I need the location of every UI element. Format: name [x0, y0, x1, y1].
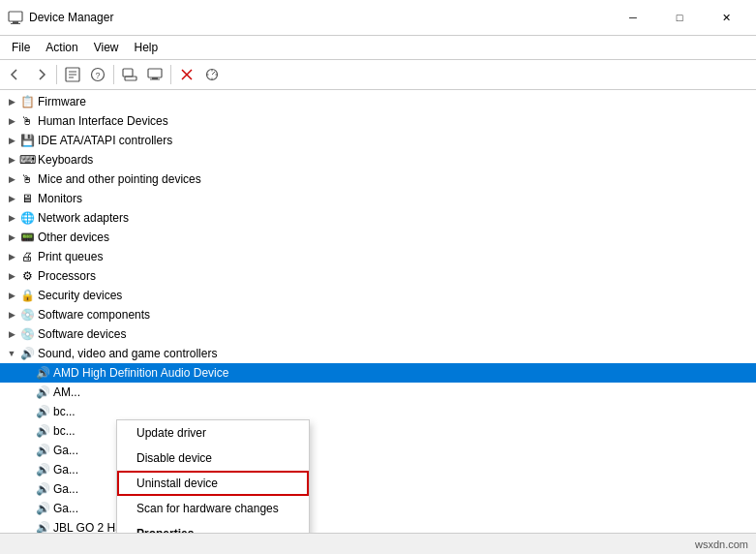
tree-item-monitors[interactable]: ▶🖥Monitors	[0, 189, 756, 208]
tree-item-bc1[interactable]: 🔊bc...	[0, 402, 756, 421]
close-button[interactable]: ✕	[704, 6, 748, 29]
device-tree[interactable]: ▶📋Firmware▶🖱Human Interface Devices▶💾IDE…	[0, 90, 756, 533]
ctx-properties[interactable]: Properties	[117, 521, 309, 533]
icon-network: 🌐	[19, 210, 35, 226]
icon-other: 📟	[19, 230, 35, 245]
expander-sound[interactable]: ▼	[4, 346, 19, 361]
expander-ide[interactable]: ▶	[4, 133, 19, 148]
menu-file[interactable]: File	[4, 38, 38, 57]
icon-sound: 🔊	[19, 346, 35, 361]
label-softdev: Software devices	[38, 324, 126, 344]
tree-item-keyboards[interactable]: ▶⌨Keyboards	[0, 150, 756, 169]
tree-item-network[interactable]: ▶🌐Network adapters	[0, 208, 756, 228]
menu-view[interactable]: View	[86, 38, 127, 57]
tree-item-sound[interactable]: ▼🔊Sound, video and game controllers	[0, 344, 756, 363]
forward-button[interactable]	[29, 63, 52, 86]
expander-jbl1	[19, 520, 35, 533]
tree-item-mice[interactable]: ▶🖱Mice and other pointing devices	[0, 169, 756, 189]
icon-ga2: 🔊	[35, 462, 50, 477]
svg-rect-1	[13, 21, 18, 23]
context-menu: Update driver Disable device Uninstall d…	[116, 419, 310, 533]
label-processors: Processors	[38, 266, 96, 286]
icon-am2: 🔊	[35, 385, 50, 400]
expander-processors[interactable]: ▶	[4, 268, 19, 284]
svg-rect-0	[9, 12, 22, 21]
tree-item-ga2[interactable]: 🔊Ga...	[0, 460, 756, 479]
label-network: Network adapters	[38, 208, 129, 228]
toolbar: ?	[0, 60, 756, 90]
expander-network[interactable]: ▶	[4, 210, 19, 226]
expander-bc1	[19, 404, 35, 419]
minimize-button[interactable]: ─	[611, 6, 655, 29]
show-hidden-button[interactable]	[118, 63, 141, 86]
label-other: Other devices	[38, 228, 109, 247]
ctx-disable-device[interactable]: Disable device	[117, 446, 309, 471]
tree-item-ga1[interactable]: 🔊Ga...	[0, 441, 756, 460]
icon-firmware: 📋	[19, 94, 35, 109]
tree-item-other[interactable]: ▶📟Other devices	[0, 228, 756, 247]
tree-item-ga3[interactable]: 🔊Ga...	[0, 479, 756, 499]
tree-item-bc2[interactable]: 🔊bc...	[0, 421, 756, 441]
back-button[interactable]	[4, 63, 27, 86]
tree-item-hid[interactable]: ▶🖱Human Interface Devices	[0, 111, 756, 131]
tree-item-security[interactable]: ▶🔒Security devices	[0, 286, 756, 305]
status-right: wsxdn.com	[695, 539, 748, 550]
expander-mice[interactable]: ▶	[4, 171, 19, 187]
ctx-scan-hardware[interactable]: Scan for hardware changes	[117, 496, 309, 521]
tree-item-print[interactable]: ▶🖨Print queues	[0, 247, 756, 266]
icon-security: 🔒	[19, 288, 35, 303]
expander-security[interactable]: ▶	[4, 288, 19, 303]
expander-hid[interactable]: ▶	[4, 113, 19, 129]
label-softcomp: Software components	[38, 305, 150, 324]
expander-keyboards[interactable]: ▶	[4, 152, 19, 168]
label-ga1: Ga...	[53, 441, 78, 460]
icon-softdev: 💿	[19, 326, 35, 342]
status-bar: wsxdn.com	[0, 533, 756, 554]
label-mice: Mice and other pointing devices	[38, 169, 201, 189]
toolbar-separator-3	[170, 65, 171, 84]
main-content: ▶📋Firmware▶🖱Human Interface Devices▶💾IDE…	[0, 90, 756, 533]
properties-button[interactable]	[61, 63, 84, 86]
expander-softdev[interactable]: ▶	[4, 326, 19, 342]
tree-item-softdev[interactable]: ▶💿Software devices	[0, 324, 756, 344]
icon-ide: 💾	[19, 133, 35, 148]
icon-ga1: 🔊	[35, 443, 50, 458]
expander-monitors[interactable]: ▶	[4, 191, 19, 206]
tree-item-ide[interactable]: ▶💾IDE ATA/ATAPI controllers	[0, 131, 756, 150]
title-bar: Device Manager ─ □ ✕	[0, 0, 756, 36]
icon-bc1: 🔊	[35, 404, 50, 419]
uninstall-button[interactable]	[175, 63, 198, 86]
menu-action[interactable]: Action	[38, 38, 85, 57]
icon-jbl1: 🔊	[35, 520, 50, 533]
help-button[interactable]: ?	[86, 63, 109, 86]
svg-rect-11	[148, 69, 162, 77]
label-ga3: Ga...	[53, 479, 78, 499]
tree-item-softcomp[interactable]: ▶💿Software components	[0, 305, 756, 324]
tree-item-am2[interactable]: 🔊AM...	[0, 383, 756, 402]
icon-hid: 🖱	[19, 113, 35, 129]
expander-firmware[interactable]: ▶	[4, 94, 19, 109]
ctx-update-driver[interactable]: Update driver	[117, 420, 309, 446]
tree-item-amd[interactable]: 🔊AMD High Definition Audio Device	[0, 363, 756, 383]
svg-rect-2	[11, 23, 20, 24]
label-monitors: Monitors	[38, 189, 82, 208]
expander-softcomp[interactable]: ▶	[4, 307, 19, 323]
icon-keyboards: ⌨	[19, 152, 35, 168]
tree-item-ga4[interactable]: 🔊Ga...	[0, 499, 756, 518]
menu-bar: File Action View Help	[0, 36, 756, 60]
ctx-uninstall-device[interactable]: Uninstall device	[117, 471, 309, 496]
icon-mice: 🖱	[19, 171, 35, 187]
tree-item-firmware[interactable]: ▶📋Firmware	[0, 92, 756, 111]
menu-help[interactable]: Help	[127, 38, 166, 57]
app-icon	[8, 10, 23, 25]
expander-other[interactable]: ▶	[4, 230, 19, 245]
devices-button[interactable]	[143, 63, 166, 86]
scan-button[interactable]	[200, 63, 224, 86]
tree-item-processors[interactable]: ▶⚙Processors	[0, 266, 756, 286]
window-title: Device Manager	[29, 11, 611, 24]
maximize-button[interactable]: □	[657, 6, 702, 29]
svg-text:?: ?	[95, 71, 100, 80]
tree-item-jbl1[interactable]: 🔊JBL GO 2 Hands-Free AG Audio	[0, 518, 756, 533]
label-bc1: bc...	[53, 402, 76, 421]
expander-print[interactable]: ▶	[4, 249, 19, 264]
